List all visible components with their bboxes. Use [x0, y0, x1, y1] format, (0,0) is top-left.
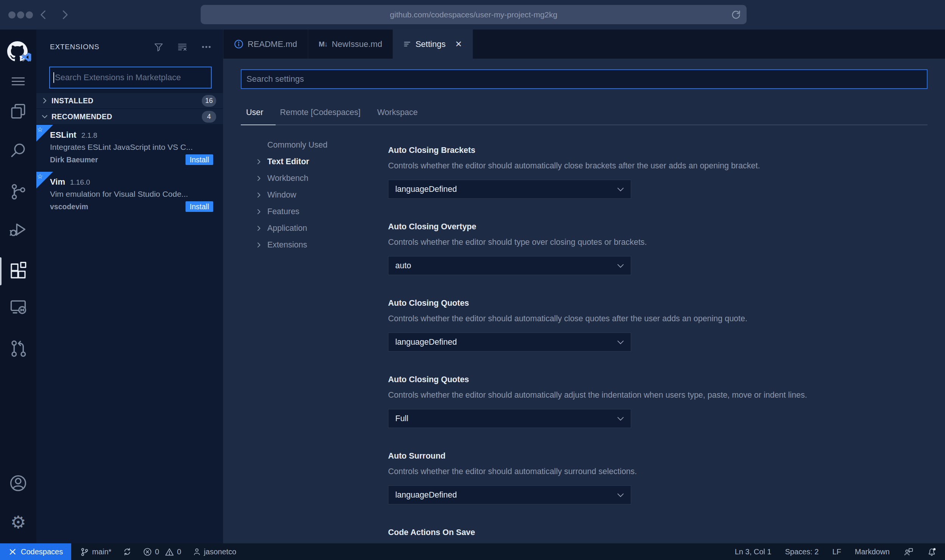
tab-label: README.md [248, 39, 297, 49]
reload-icon[interactable] [731, 9, 741, 20]
window-controls[interactable] [8, 11, 33, 19]
codespaces-remote-button[interactable]: Codespaces [0, 543, 71, 560]
setting-value-dropdown[interactable]: languageDefined [388, 485, 631, 504]
problems-indicator[interactable]: 0 0 [143, 548, 181, 556]
recommended-count-badge: 4 [202, 111, 216, 123]
vscode-logo [20, 51, 32, 63]
setting-auto-closing-brackets: Auto Closing Brackets Controls whether t… [388, 146, 928, 199]
setting-description: Controls whether the editor should autom… [388, 390, 928, 400]
settings-gear-icon[interactable]: ⚙ [0, 512, 36, 533]
sync-button[interactable] [123, 547, 132, 556]
setting-auto-closing-quotes-2: Auto Closing Quotes Controls whether the… [388, 375, 928, 428]
scope-divider [241, 124, 928, 125]
chevron-right-icon [256, 226, 262, 231]
search-icon[interactable] [0, 140, 36, 161]
source-control-icon[interactable] [0, 181, 36, 202]
section-label: RECOMMENDED [51, 112, 112, 121]
toc-item-extensions[interactable]: Extensions [256, 236, 388, 253]
tab-label: Settings [415, 39, 446, 49]
dropdown-value: Full [395, 414, 409, 423]
remote-explorer-icon[interactable] [0, 297, 36, 318]
back-icon[interactable] [38, 9, 49, 20]
toc-item-commonly-used[interactable]: Commonly Used [256, 137, 388, 153]
dropdown-value: auto [395, 261, 411, 271]
scope-tab-remote[interactable]: Remote [Codespaces] [280, 108, 360, 117]
tab-settings[interactable]: Settings ✕ [393, 30, 473, 59]
settings-search-input[interactable]: Search settings [241, 69, 928, 89]
chevron-right-icon [256, 159, 262, 165]
notifications-bell-icon[interactable] [927, 547, 937, 557]
extensions-search-input[interactable]: Search Extensions in Marketplace [49, 67, 212, 89]
install-button[interactable]: Install [186, 201, 213, 212]
language-mode[interactable]: Markdown [855, 548, 890, 556]
run-debug-icon[interactable] [0, 219, 36, 241]
tab-newissue[interactable]: M↓ NewIssue.md [308, 30, 393, 59]
text-cursor [53, 72, 54, 83]
settings-search-placeholder: Search settings [246, 74, 304, 84]
cursor-position[interactable]: Ln 3, Col 1 [735, 548, 772, 556]
maximize-window-button[interactable] [26, 11, 33, 19]
setting-code-actions-on-save: Code Actions On Save [388, 528, 928, 537]
setting-value-dropdown[interactable]: languageDefined [388, 180, 631, 199]
info-icon [234, 39, 243, 49]
chevron-right-icon [42, 98, 48, 104]
setting-title: Auto Closing Quotes [388, 375, 928, 384]
tab-readme[interactable]: README.md [223, 30, 308, 59]
setting-value-dropdown[interactable]: auto [388, 256, 631, 275]
clear-extension-search-icon[interactable] [177, 42, 187, 52]
chevron-down-icon [617, 340, 624, 344]
extension-list-item[interactable]: ☆ ESLint 2.1.8 Integrates ESLint JavaScr… [36, 125, 223, 172]
section-recommended[interactable]: RECOMMENDED 4 [36, 109, 223, 124]
codespaces-label: Codespaces [21, 548, 63, 556]
install-button[interactable]: Install [186, 154, 213, 165]
active-scope-underline [241, 124, 276, 125]
feedback-icon[interactable] [903, 547, 913, 557]
installed-count-badge: 16 [202, 95, 216, 107]
address-bar[interactable]: github.com/codespaces/user-my-project-mg… [201, 5, 747, 24]
setting-auto-surround: Auto Surround Controls whether the edito… [388, 451, 928, 504]
extension-list-item[interactable]: ☆ Vim 1.16.0 Vim emulation for Visual St… [36, 172, 223, 219]
chevron-right-icon [256, 176, 262, 181]
forward-icon[interactable] [59, 9, 70, 20]
branch-indicator[interactable]: main* [80, 548, 111, 556]
menu-icon[interactable] [0, 71, 36, 92]
settings-list: Auto Closing Brackets Controls whether t… [388, 137, 928, 543]
scope-tab-user[interactable]: User [246, 108, 263, 117]
extensions-icon[interactable] [0, 260, 36, 282]
markdown-icon: M↓ [319, 40, 327, 48]
eol-sequence[interactable]: LF [832, 548, 841, 556]
user-indicator[interactable]: jasonetco [193, 548, 237, 556]
setting-value-dropdown[interactable]: languageDefined [388, 333, 631, 352]
chevron-right-icon [256, 209, 262, 215]
setting-auto-closing-quotes: Auto Closing Quotes Controls whether the… [388, 299, 928, 352]
toc-item-text-editor[interactable]: Text Editor [256, 153, 388, 170]
extension-version: 1.16.0 [70, 178, 90, 187]
chevron-down-icon [617, 493, 624, 497]
section-installed[interactable]: INSTALLED 16 [36, 93, 223, 108]
setting-auto-closing-overtype: Auto Closing Overtype Controls whether t… [388, 222, 928, 275]
toc-item-features[interactable]: Features [256, 203, 388, 220]
browser-window: github.com/codespaces/user-my-project-mg… [0, 0, 945, 560]
scope-tab-workspace[interactable]: Workspace [377, 108, 418, 117]
toc-item-application[interactable]: Application [256, 220, 388, 236]
extension-version: 2.1.8 [81, 131, 97, 140]
filter-icon[interactable] [154, 42, 164, 52]
github-codespaces-logo [0, 40, 36, 62]
account-icon[interactable] [0, 473, 36, 494]
minimize-window-button[interactable] [17, 11, 24, 19]
explorer-icon[interactable] [0, 101, 36, 122]
setting-description: Controls whether the editor should autom… [388, 467, 928, 476]
recommended-ribbon-icon: ☆ [36, 125, 53, 142]
toc-item-workbench[interactable]: Workbench [256, 170, 388, 187]
pull-requests-icon[interactable] [0, 338, 36, 359]
close-window-button[interactable] [8, 11, 16, 19]
recommended-ribbon-icon: ☆ [36, 172, 53, 188]
browser-chrome: github.com/codespaces/user-my-project-mg… [0, 0, 945, 30]
more-actions-icon[interactable] [201, 42, 212, 52]
setting-value-dropdown[interactable]: Full [388, 409, 631, 428]
close-tab-icon[interactable]: ✕ [455, 39, 462, 49]
toc-item-window[interactable]: Window [256, 187, 388, 203]
settings-scope-tabs: User Remote [Codespaces] Workspace [241, 106, 928, 118]
indentation[interactable]: Spaces: 2 [785, 548, 819, 556]
chevron-down-icon [617, 417, 624, 421]
